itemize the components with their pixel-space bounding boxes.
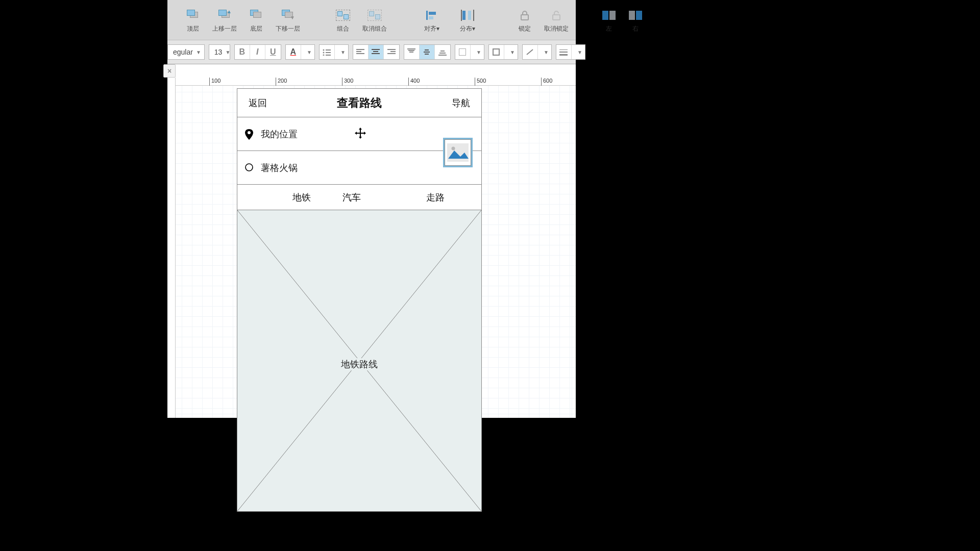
text-color-button[interactable]: A [286,45,301,59]
origin-text: 我的位置 [261,128,298,140]
distribute-dropdown-button[interactable]: 分布▾ [452,8,483,33]
valign-bottom-button[interactable] [435,45,450,59]
svg-rect-38 [559,52,568,53]
move-handle-icon[interactable] [354,127,367,142]
align-right-icon [387,48,396,56]
bullet-list-button[interactable] [320,45,335,59]
fill-dropdown[interactable]: ▼ [471,45,484,59]
ruler-tick: 400 [408,78,420,86]
align-label: 对齐▾ [424,24,439,33]
align-dropdown-button[interactable]: 对齐▾ [416,8,447,33]
svg-rect-20 [356,51,361,52]
navigate-button[interactable]: 导航 [452,97,470,109]
svg-rect-0 [426,11,428,20]
map-placeholder[interactable]: 地铁路线 [237,210,481,511]
line-style-dropdown[interactable]: ▼ [572,45,585,59]
italic-button[interactable]: I [250,45,265,59]
line-style-group: ▼ [556,44,585,60]
stroke-width-button[interactable] [523,45,538,59]
underline-button[interactable]: U [265,45,281,59]
svg-rect-10 [609,11,616,20]
svg-rect-23 [373,51,378,52]
svg-rect-2 [429,16,433,19]
bring-forward-button[interactable]: ▲ 上移一层 [211,8,238,33]
stroke-dropdown[interactable]: ▼ [538,45,551,59]
lock-icon [516,8,534,22]
group-btns: 组合 取消组合 [330,8,388,33]
svg-rect-22 [372,49,380,50]
svg-rect-5 [461,10,462,21]
layer-group: 顶层 ▲ 上移一层 底层 ▼ 下移一层 [180,8,301,33]
page-title: 查看路线 [337,95,382,111]
destination-text: 薯格火锅 [261,162,298,174]
valign-middle-button[interactable] [420,45,435,59]
svg-rect-11 [629,11,635,20]
svg-rect-30 [409,52,413,53]
stroke-group: ▼ [522,44,552,60]
align-right-button[interactable] [384,45,399,59]
valign-top-button[interactable] [404,45,420,59]
tab-walk[interactable]: 走路 [426,191,445,204]
line-style-button[interactable] [556,45,572,59]
svg-rect-8 [553,15,560,20]
horizontal-ruler[interactable]: 100 200 300 400 500 600 [176,78,576,86]
svg-rect-37 [559,49,568,50]
svg-rect-26 [390,51,396,52]
lock-button[interactable]: 锁定 [511,8,538,33]
ruler-tick: 200 [276,78,287,86]
snap-align-group: 左 右 [598,8,646,33]
snap-left-button[interactable]: 左 [598,8,620,33]
svg-rect-25 [387,49,396,50]
font-size-select[interactable]: 13 ▼ [209,44,230,60]
list-dropdown[interactable]: ▼ [335,45,348,59]
svg-rect-29 [408,50,414,51]
arrange-toolbar: 顶层 ▲ 上移一层 底层 ▼ 下移一层 [167,0,576,40]
bold-button[interactable]: B [235,45,250,59]
svg-point-17 [323,55,325,56]
font-family-value: egular [173,48,193,56]
v-align-group [404,44,451,60]
transport-tabs: 地铁 汽车 走路 [237,185,481,210]
align-center-button[interactable] [369,45,384,59]
border-dropdown[interactable]: ▼ [504,45,518,59]
ungroup-button[interactable]: 取消组合 [361,8,388,33]
back-button[interactable]: 返回 [249,97,267,109]
border-color-button[interactable] [489,45,504,59]
group-label: 组合 [337,24,349,33]
align-left-button[interactable] [353,45,369,59]
svg-rect-39 [559,54,568,56]
vertical-ruler[interactable] [167,78,176,418]
image-placeholder-widget[interactable] [445,139,471,166]
svg-rect-28 [407,48,415,49]
distribute-label: 分布▾ [460,24,475,33]
send-to-back-button[interactable]: 底层 [243,8,270,33]
text-color-group: A ▼ [285,44,315,60]
chevron-down-icon: ▼ [307,49,312,55]
tab-subway[interactable]: 地铁 [292,191,311,204]
send-backward-button[interactable]: ▼ 下移一层 [275,8,301,33]
font-size-value: 13 [214,48,223,56]
line-style-icon [559,48,568,56]
font-family-select[interactable]: egular ▼ [167,44,205,60]
canvas-grid[interactable]: 返回 查看路线 导航 我的位置 薯 [176,86,576,418]
group-button[interactable]: 组合 [330,8,356,33]
svg-point-40 [248,131,251,134]
svg-rect-35 [439,53,446,54]
svg-point-13 [323,49,325,51]
fill-color-button[interactable] [455,45,471,59]
svg-rect-12 [636,11,642,20]
svg-rect-9 [602,11,608,20]
svg-rect-36 [438,55,447,56]
page-tab-close[interactable]: × [163,64,176,78]
align-icon [423,8,441,22]
mockup-frame[interactable]: 返回 查看路线 导航 我的位置 薯 [237,88,482,512]
tab-car[interactable]: 汽车 [342,191,361,204]
snap-right-button[interactable]: 右 [625,8,646,33]
distribute-icon [458,8,477,22]
unlock-button[interactable]: 取消锁定 [543,8,570,33]
bring-to-front-button[interactable]: 顶层 [180,8,206,33]
svg-rect-16 [326,52,331,53]
text-color-dropdown[interactable]: ▼ [301,45,314,59]
ruler-tick: 500 [475,78,486,86]
border-group: ▼ [488,44,518,60]
